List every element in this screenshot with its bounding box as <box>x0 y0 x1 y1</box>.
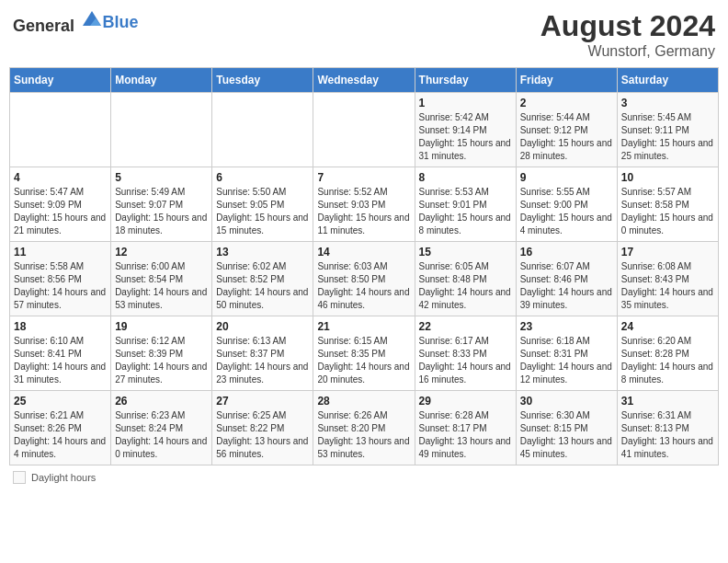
legend-row: Daylight hours <box>9 471 719 484</box>
table-row: 28Sunrise: 6:26 AM Sunset: 8:20 PM Dayli… <box>313 391 415 465</box>
table-row: 25Sunrise: 6:21 AM Sunset: 8:26 PM Dayli… <box>10 391 111 465</box>
day-header-row: Sunday Monday Tuesday Wednesday Thursday… <box>10 68 719 93</box>
table-row: 29Sunrise: 6:28 AM Sunset: 8:17 PM Dayli… <box>415 391 516 465</box>
day-detail: Sunrise: 6:20 AM Sunset: 8:28 PM Dayligh… <box>621 335 714 386</box>
day-detail: Sunrise: 6:10 AM Sunset: 8:41 PM Dayligh… <box>14 335 107 386</box>
table-row: 19Sunrise: 6:12 AM Sunset: 8:39 PM Dayli… <box>111 316 212 391</box>
day-detail: Sunrise: 6:05 AM Sunset: 8:48 PM Dayligh… <box>419 260 512 312</box>
day-number: 21 <box>317 320 410 333</box>
table-row: 11Sunrise: 5:58 AM Sunset: 8:56 PM Dayli… <box>10 242 111 316</box>
day-number: 13 <box>216 246 309 259</box>
table-row <box>313 93 415 167</box>
table-row: 3Sunrise: 5:45 AM Sunset: 9:11 PM Daylig… <box>617 93 718 167</box>
day-detail: Sunrise: 6:21 AM Sunset: 8:26 PM Dayligh… <box>14 409 107 461</box>
day-number: 20 <box>216 320 309 333</box>
table-row <box>111 93 212 167</box>
col-monday: Monday <box>111 68 212 93</box>
table-row: 8Sunrise: 5:53 AM Sunset: 9:01 PM Daylig… <box>415 167 516 242</box>
table-row: 18Sunrise: 6:10 AM Sunset: 8:41 PM Dayli… <box>10 316 111 391</box>
day-detail: Sunrise: 5:58 AM Sunset: 8:56 PM Dayligh… <box>14 260 107 312</box>
logo-blue: Blue <box>103 13 139 32</box>
day-detail: Sunrise: 6:31 AM Sunset: 8:13 PM Dayligh… <box>621 409 714 461</box>
table-row: 9Sunrise: 5:55 AM Sunset: 9:00 PM Daylig… <box>516 167 617 242</box>
legend-box <box>13 471 26 484</box>
table-row: 22Sunrise: 6:17 AM Sunset: 8:33 PM Dayli… <box>415 316 516 391</box>
day-number: 18 <box>14 320 107 333</box>
col-friday: Friday <box>516 68 617 93</box>
day-number: 16 <box>520 246 613 259</box>
table-row: 12Sunrise: 6:00 AM Sunset: 8:54 PM Dayli… <box>111 242 212 316</box>
day-detail: Sunrise: 6:12 AM Sunset: 8:39 PM Dayligh… <box>115 335 208 386</box>
day-detail: Sunrise: 5:42 AM Sunset: 9:14 PM Dayligh… <box>419 111 512 163</box>
day-number: 8 <box>419 171 512 184</box>
calendar-week-row: 18Sunrise: 6:10 AM Sunset: 8:41 PM Dayli… <box>10 316 719 391</box>
table-row: 15Sunrise: 6:05 AM Sunset: 8:48 PM Dayli… <box>415 242 516 316</box>
day-number: 12 <box>115 246 208 259</box>
table-row: 26Sunrise: 6:23 AM Sunset: 8:24 PM Dayli… <box>111 391 212 465</box>
day-number: 2 <box>520 97 613 109</box>
day-detail: Sunrise: 6:28 AM Sunset: 8:17 PM Dayligh… <box>419 409 512 461</box>
table-row: 23Sunrise: 6:18 AM Sunset: 8:31 PM Dayli… <box>516 316 617 391</box>
col-wednesday: Wednesday <box>313 68 415 93</box>
day-number: 6 <box>216 171 309 184</box>
table-row: 2Sunrise: 5:44 AM Sunset: 9:12 PM Daylig… <box>516 93 617 167</box>
table-row: 16Sunrise: 6:07 AM Sunset: 8:46 PM Dayli… <box>516 242 617 316</box>
day-detail: Sunrise: 6:00 AM Sunset: 8:54 PM Dayligh… <box>115 260 208 312</box>
calendar-table: Sunday Monday Tuesday Wednesday Thursday… <box>9 67 719 465</box>
col-sunday: Sunday <box>10 68 111 93</box>
day-detail: Sunrise: 6:03 AM Sunset: 8:50 PM Dayligh… <box>317 260 410 312</box>
day-detail: Sunrise: 5:50 AM Sunset: 9:05 PM Dayligh… <box>216 186 309 237</box>
day-number: 3 <box>621 97 714 109</box>
table-row: 5Sunrise: 5:49 AM Sunset: 9:07 PM Daylig… <box>111 167 212 242</box>
day-number: 4 <box>14 171 107 184</box>
col-tuesday: Tuesday <box>212 68 313 93</box>
table-row: 31Sunrise: 6:31 AM Sunset: 8:13 PM Dayli… <box>617 391 718 465</box>
day-number: 7 <box>317 171 410 184</box>
calendar-week-row: 4Sunrise: 5:47 AM Sunset: 9:09 PM Daylig… <box>10 167 719 242</box>
col-thursday: Thursday <box>415 68 516 93</box>
day-detail: Sunrise: 5:45 AM Sunset: 9:11 PM Dayligh… <box>621 111 714 163</box>
table-row: 24Sunrise: 6:20 AM Sunset: 8:28 PM Dayli… <box>617 316 718 391</box>
table-row: 20Sunrise: 6:13 AM Sunset: 8:37 PM Dayli… <box>212 316 313 391</box>
day-number: 14 <box>317 246 410 259</box>
table-row <box>10 93 111 167</box>
day-detail: Sunrise: 6:26 AM Sunset: 8:20 PM Dayligh… <box>317 409 410 461</box>
day-number: 22 <box>419 320 512 333</box>
table-row: 17Sunrise: 6:08 AM Sunset: 8:43 PM Dayli… <box>617 242 718 316</box>
table-row: 10Sunrise: 5:57 AM Sunset: 8:58 PM Dayli… <box>617 167 718 242</box>
day-number: 26 <box>115 395 208 408</box>
day-number: 29 <box>419 395 512 408</box>
day-detail: Sunrise: 5:49 AM Sunset: 9:07 PM Dayligh… <box>115 186 208 237</box>
day-number: 24 <box>621 320 714 333</box>
table-row: 7Sunrise: 5:52 AM Sunset: 9:03 PM Daylig… <box>313 167 415 242</box>
day-detail: Sunrise: 6:30 AM Sunset: 8:15 PM Dayligh… <box>520 409 613 461</box>
table-row: 4Sunrise: 5:47 AM Sunset: 9:09 PM Daylig… <box>10 167 111 242</box>
table-row: 13Sunrise: 6:02 AM Sunset: 8:52 PM Dayli… <box>212 242 313 316</box>
legend-label: Daylight hours <box>31 472 96 483</box>
calendar-week-row: 1Sunrise: 5:42 AM Sunset: 9:14 PM Daylig… <box>10 93 719 167</box>
location-subtitle: Wunstorf, Germany <box>540 43 715 60</box>
page-header: General Blue August 2024 Wunstorf, Germa… <box>9 9 719 60</box>
day-number: 15 <box>419 246 512 259</box>
day-detail: Sunrise: 6:23 AM Sunset: 8:24 PM Dayligh… <box>115 409 208 461</box>
day-number: 27 <box>216 395 309 408</box>
month-year-title: August 2024 <box>540 9 715 43</box>
logo-general: General <box>13 17 74 35</box>
day-number: 31 <box>621 395 714 408</box>
day-detail: Sunrise: 6:18 AM Sunset: 8:31 PM Dayligh… <box>520 335 613 386</box>
day-detail: Sunrise: 6:25 AM Sunset: 8:22 PM Dayligh… <box>216 409 309 461</box>
day-number: 10 <box>621 171 714 184</box>
table-row: 27Sunrise: 6:25 AM Sunset: 8:22 PM Dayli… <box>212 391 313 465</box>
day-detail: Sunrise: 5:44 AM Sunset: 9:12 PM Dayligh… <box>520 111 613 163</box>
day-detail: Sunrise: 5:57 AM Sunset: 8:58 PM Dayligh… <box>621 186 714 237</box>
table-row <box>212 93 313 167</box>
title-block: August 2024 Wunstorf, Germany <box>540 9 715 60</box>
logo: General Blue <box>13 9 139 36</box>
day-number: 23 <box>520 320 613 333</box>
logo-icon <box>81 9 103 31</box>
table-row: 1Sunrise: 5:42 AM Sunset: 9:14 PM Daylig… <box>415 93 516 167</box>
day-number: 19 <box>115 320 208 333</box>
day-number: 5 <box>115 171 208 184</box>
day-detail: Sunrise: 5:52 AM Sunset: 9:03 PM Dayligh… <box>317 186 410 237</box>
calendar-week-row: 11Sunrise: 5:58 AM Sunset: 8:56 PM Dayli… <box>10 242 719 316</box>
